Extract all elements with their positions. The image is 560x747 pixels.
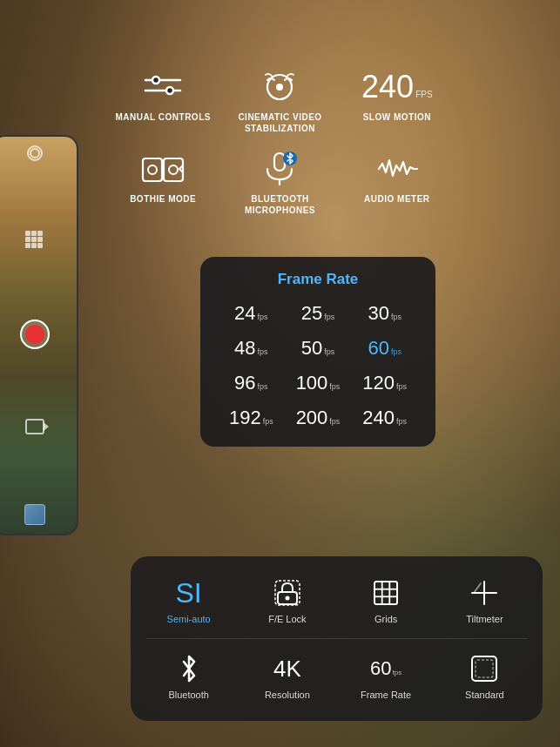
cinematic-label: CINEMATIC VIDEO STABILIZATION <box>230 111 329 134</box>
feature-bothie[interactable]: BOTHIE MODE <box>105 143 221 225</box>
feature-bluetooth-mic[interactable]: BLUETOOTH MICROPHONES <box>221 143 338 225</box>
si-icon: SI <box>176 577 202 609</box>
controls-divider <box>146 638 527 639</box>
tiltmeter-icon <box>470 577 498 609</box>
svg-rect-6 <box>143 158 162 181</box>
audio-meter-icon <box>375 151 419 186</box>
frame-rate-grid: 24fps 25fps 30fps 48fps 50fps 60fps 96fp… <box>218 299 418 433</box>
fps-200[interactable]: 200fps <box>285 403 352 433</box>
feature-audio-meter[interactable]: AUDIO METER <box>339 143 455 225</box>
svg-point-8 <box>148 165 157 174</box>
bothie-icon <box>141 151 185 186</box>
fps-24[interactable]: 24fps <box>218 299 285 328</box>
control-semi-auto[interactable]: SI Semi-auto <box>139 572 238 629</box>
bluetooth-mic-label: BLUETOOTH MICROPHONES <box>230 193 329 216</box>
fps-25[interactable]: 25fps <box>285 299 352 328</box>
controls-row-2: Bluetooth 4K Resolution 60fps Frame Rate <box>139 648 534 705</box>
svg-point-9 <box>169 165 178 174</box>
fps-48[interactable]: 48fps <box>218 333 285 363</box>
control-grids[interactable]: Grids <box>337 572 435 629</box>
feature-cinematic[interactable]: CINEMATIC VIDEO STABILIZATION <box>221 61 338 143</box>
svg-point-14 <box>285 596 289 601</box>
fps-192[interactable]: 192fps <box>218 403 285 433</box>
grids-label: Grids <box>374 614 397 624</box>
features-grid: MANUAL CONTROLS CINEMATIC VIDEO STABILIZ… <box>0 26 560 242</box>
bluetooth-label: Bluetooth <box>168 690 208 700</box>
control-fe-lock[interactable]: F/E Lock <box>238 572 336 629</box>
feature-manual-controls[interactable]: MANUAL CONTROLS <box>105 61 221 143</box>
resolution-label: Resolution <box>265 690 310 700</box>
fps-50[interactable]: 50fps <box>285 333 352 363</box>
control-tiltmeter[interactable]: Tiltmeter <box>435 572 534 629</box>
fe-lock-label: F/E Lock <box>268 614 306 624</box>
bluetooth-mic-icon <box>258 151 301 186</box>
fps-100[interactable]: 100fps <box>285 368 352 398</box>
control-resolution[interactable]: 4K Resolution <box>238 648 336 705</box>
audio-meter-label: AUDIO METER <box>364 193 430 205</box>
frame-rate-panel: Frame Rate 24fps 25fps 30fps 48fps 50fps… <box>200 257 435 447</box>
slow-motion-label: SLOW MOTION <box>363 111 431 123</box>
feature-slow-motion[interactable]: 240FPS SLOW MOTION <box>339 61 455 143</box>
svg-line-23 <box>474 583 481 593</box>
fps-120[interactable]: 120fps <box>351 368 418 398</box>
cinematic-icon <box>258 70 301 104</box>
bothie-label: BOTHIE MODE <box>130 193 196 205</box>
control-frame-rate[interactable]: 60fps Frame Rate <box>337 648 435 705</box>
controls-panel: SI Semi-auto F/E Lock <box>131 556 543 721</box>
grids-icon <box>373 577 399 609</box>
control-standard[interactable]: Standard <box>435 648 534 705</box>
bluetooth-icon <box>179 653 199 684</box>
standard-icon <box>470 653 498 684</box>
frame-rate-icon: 60fps <box>370 653 401 684</box>
svg-rect-16 <box>374 582 397 604</box>
sliders-icon <box>141 70 185 104</box>
frame-rate-label: Frame Rate <box>361 690 411 700</box>
svg-point-2 <box>152 77 159 84</box>
fps-240[interactable]: 240fps <box>351 403 418 433</box>
controls-row-1: SI Semi-auto F/E Lock <box>139 572 534 629</box>
manual-controls-label: MANUAL CONTROLS <box>115 111 211 123</box>
semi-auto-label: Semi-auto <box>167 614 211 624</box>
fe-lock-icon <box>274 577 300 609</box>
svg-point-3 <box>166 87 173 94</box>
slow-motion-icon: 240FPS <box>375 70 419 104</box>
control-bluetooth[interactable]: Bluetooth <box>139 648 238 705</box>
fps-60[interactable]: 60fps <box>351 333 418 363</box>
frame-rate-title: Frame Rate <box>218 271 418 288</box>
svg-rect-10 <box>274 153 285 171</box>
fps-30[interactable]: 30fps <box>351 299 418 328</box>
resolution-icon: 4K <box>273 653 301 684</box>
fps-96[interactable]: 96fps <box>218 368 285 398</box>
svg-rect-25 <box>476 660 493 677</box>
standard-label: Standard <box>465 690 504 700</box>
svg-point-5 <box>276 84 283 91</box>
tiltmeter-label: Tiltmeter <box>466 614 503 624</box>
